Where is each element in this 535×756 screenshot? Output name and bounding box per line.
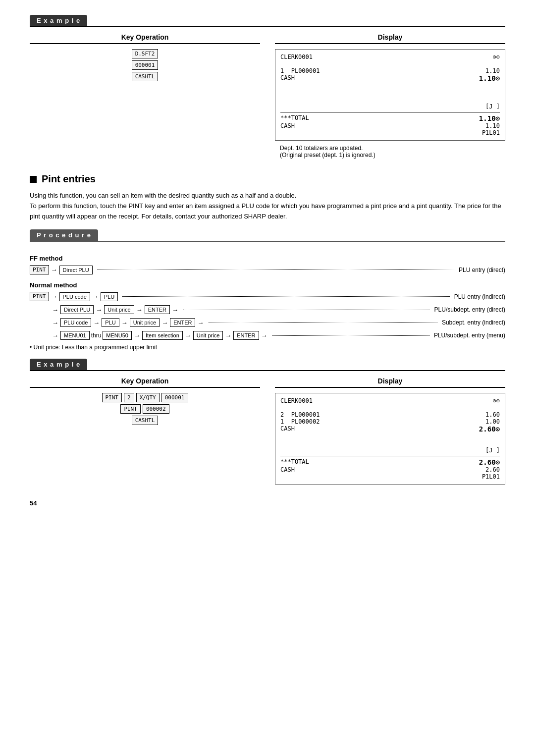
n4-enter: ENTER	[233, 331, 259, 340]
ff-pint-key: PINT	[30, 265, 49, 274]
display-header2: Display	[275, 377, 505, 388]
d2-clerk: CLERK0001	[280, 397, 313, 404]
d2-cash-price: 2.60⊙	[479, 425, 500, 433]
d2-total-label: ***TOTAL	[280, 458, 309, 466]
n4-menu01: MENU01	[60, 331, 90, 340]
n2-arrow2: →	[96, 306, 102, 314]
n1-arrow1: →	[51, 293, 57, 300]
d2-price1: 1.60	[485, 411, 500, 418]
pint-body1: Using this function, you can sell an ite…	[30, 191, 505, 221]
ff-flow-row: PINT → Direct PLU PLU entry (direct)	[30, 265, 505, 274]
n3-arrow5: →	[197, 319, 204, 326]
example1-display-col: Display CLERK0001 ⊙⊙ 1 PL000001 1.10 CAS…	[275, 33, 505, 159]
key2-pint1: PINT	[102, 393, 122, 402]
d2-cash-label: CASH	[280, 425, 295, 433]
n3-arrow1: →	[52, 319, 58, 326]
display-screen2: CLERK0001 ⊙⊙ 2 PL000001 1.60 1 PL000002	[275, 393, 505, 485]
n3-arrow3: →	[121, 319, 128, 326]
n2-enter: ENTER	[145, 305, 170, 314]
pint-heading: Pint entries	[30, 173, 505, 185]
display-note1: Dept. 10 totalizers are updated. (Origin…	[280, 145, 505, 159]
d1-row1: 1 PL000001	[280, 67, 320, 74]
key2-2: 2	[124, 393, 134, 402]
ff-label: PLU entry (direct)	[459, 267, 505, 273]
ff-dots	[97, 270, 454, 270]
key-ops1: D.SFT2 000001 CASHTL	[30, 49, 260, 81]
d1-receipt: P1L01	[482, 129, 500, 136]
n2-dots	[183, 310, 430, 310]
d1-cash-label: CASH	[280, 74, 295, 82]
d2-receipt: P1L01	[482, 473, 500, 480]
ff-direct-plu: Direct PLU	[59, 266, 93, 274]
n1-plu-code: PLU code	[59, 292, 90, 301]
normal-branch-rows: → Direct PLU → Unit price → ENTER → PLU/…	[52, 305, 505, 340]
n3-arrow4: →	[161, 319, 168, 326]
n3-unit-price: Unit price	[130, 318, 160, 327]
d2-row2: 1 PL000002	[280, 418, 320, 425]
d2-cash2-label: CASH	[280, 466, 295, 473]
d2-total-price: 2.60⊙	[479, 458, 500, 466]
key2-row2: PINT 000002	[120, 404, 169, 414]
key1-cashtl: CASHTL	[132, 72, 159, 81]
d1-clerk: CLERK0001	[280, 54, 313, 60]
key1-000001: 000001	[132, 60, 159, 70]
d2-cash2-price: 2.60	[485, 466, 500, 473]
key-op-header1: Key Operation	[30, 33, 260, 44]
n2-direct-plu: Direct PLU	[60, 305, 94, 314]
example1-section: E x a m p l e Key Operation D.SFT2 00000…	[30, 15, 505, 159]
n4-arrow4: →	[225, 332, 231, 339]
d1-symbol: ⊙⊙	[493, 54, 500, 60]
key2-000001: 000001	[161, 393, 188, 402]
ff-method-section: FF method PINT → Direct PLU PLU entry (d…	[30, 255, 505, 274]
n3-arrow2: →	[93, 319, 100, 326]
example1-badge: E x a m p l e	[30, 15, 87, 26]
n1-arrow2: →	[92, 293, 99, 300]
n1-dots	[122, 296, 449, 297]
n4-label: PLU/subdept. entry (menu)	[434, 332, 505, 339]
key2-xqty: X/QTY	[136, 393, 160, 402]
n4-arrow1: →	[52, 332, 58, 339]
black-square-icon	[30, 176, 37, 183]
display-screen1: CLERK0001 ⊙⊙ 1 PL000001 1.10 CASH 1.10⊙	[275, 49, 505, 141]
d1-cash2-label: CASH	[280, 122, 295, 129]
n1-label: PLU entry (indirect)	[454, 293, 505, 300]
normal-method-section: Normal method PINT → PLU code → PLU PLU …	[30, 281, 505, 340]
normal-row2: → Direct PLU → Unit price → ENTER → PLU/…	[52, 305, 505, 314]
key1-dsft2: D.SFT2	[132, 49, 159, 58]
procedure-badge: P r o c e d u r e	[30, 229, 98, 241]
key-op-header2: Key Operation	[30, 377, 260, 388]
key2-000002: 000002	[143, 404, 169, 414]
n3-enter: ENTER	[170, 318, 195, 327]
example2-badge: E x a m p l e	[30, 359, 87, 370]
d1-journal: [J ]	[485, 103, 500, 110]
key2-row3: CASHTL	[132, 416, 159, 425]
n1-plu: PLU	[101, 292, 118, 301]
bullet-note: • Unit price: Less than a programmed upp…	[30, 344, 505, 351]
normal-pint-key: PINT	[30, 292, 49, 301]
n4-item-selection: Item selection	[142, 331, 183, 340]
key2-cashtl: CASHTL	[132, 416, 159, 425]
n2-arrow4: →	[172, 306, 178, 314]
n4-dots	[272, 335, 429, 336]
key2-row1: PINT 2 X/QTY 000001	[102, 393, 188, 402]
d2-price2: 1.00	[485, 418, 500, 425]
normal-row3: → PLU code → PLU → Unit price → ENTER → …	[52, 318, 505, 327]
normal-row1: PINT → PLU code → PLU PLU entry (indirec…	[30, 292, 505, 301]
n4-thru: thru	[91, 332, 102, 339]
display-header1: Display	[275, 33, 505, 44]
n4-arrow3: →	[185, 332, 191, 339]
ff-method-label: FF method	[30, 255, 505, 262]
d1-total-price: 1.10⊙	[479, 114, 500, 122]
n2-label: PLU/subdept. entry (direct)	[434, 306, 505, 313]
example2-section: E x a m p l e Key Operation PINT 2 X/QTY…	[30, 359, 505, 485]
pint-entries-section: Pint entries Using this function, you ca…	[30, 173, 505, 351]
example1-key-op-col: Key Operation D.SFT2 000001 CASHTL	[30, 33, 260, 159]
d1-total-label: ***TOTAL	[280, 114, 309, 122]
n2-unit-price: Unit price	[104, 305, 134, 314]
example2-key-op-col: Key Operation PINT 2 X/QTY 000001 PINT 0…	[30, 377, 260, 485]
d1-cash2-price: 1.10	[485, 122, 500, 129]
d2-symbol: ⊙⊙	[493, 397, 500, 404]
n3-dots	[209, 323, 437, 323]
n4-arrow5: →	[261, 332, 268, 339]
key-ops2: PINT 2 X/QTY 000001 PINT 000002 CASHTL	[30, 393, 260, 425]
